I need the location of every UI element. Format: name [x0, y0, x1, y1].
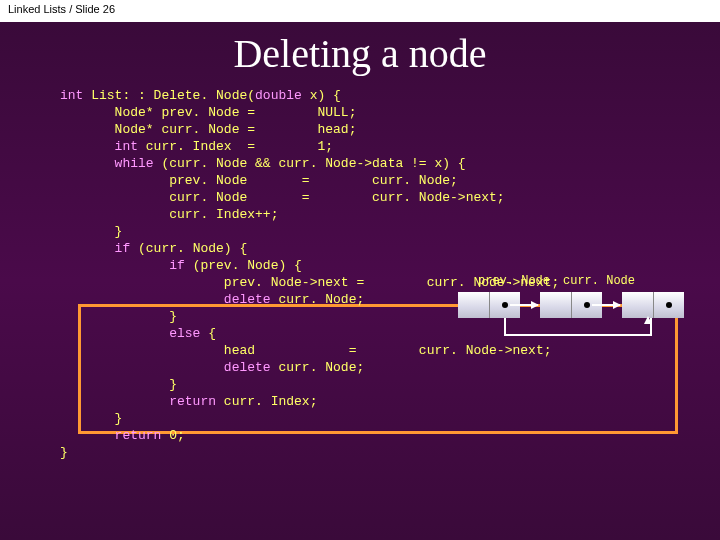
kw-if2: if: [169, 258, 185, 273]
slide-title: Deleting a node: [0, 22, 720, 87]
kw-double: double: [255, 88, 302, 103]
kw-else: else: [169, 326, 200, 341]
node-box-3: [622, 292, 684, 318]
header-text: Linked Lists / Slide 26: [8, 3, 115, 15]
label-curr: curr. Node: [563, 274, 635, 288]
kw-while: while: [115, 156, 154, 171]
slide-body: Deleting a node int List: : Delete. Node…: [0, 22, 720, 540]
arrow-1-2: [510, 304, 538, 306]
kw-return: return: [169, 394, 216, 409]
kw-delete: delete: [224, 292, 271, 307]
kw-delete2: delete: [224, 360, 271, 375]
kw-int: int: [60, 88, 83, 103]
label-prev: prev. Node: [478, 274, 550, 288]
slide-header: Linked Lists / Slide 26: [0, 0, 720, 22]
kw-int2: int: [115, 139, 138, 154]
arrow-2-3: [592, 304, 620, 306]
kw-return2: return: [115, 428, 162, 443]
kw-if: if: [115, 241, 131, 256]
skip-path: [504, 318, 652, 336]
